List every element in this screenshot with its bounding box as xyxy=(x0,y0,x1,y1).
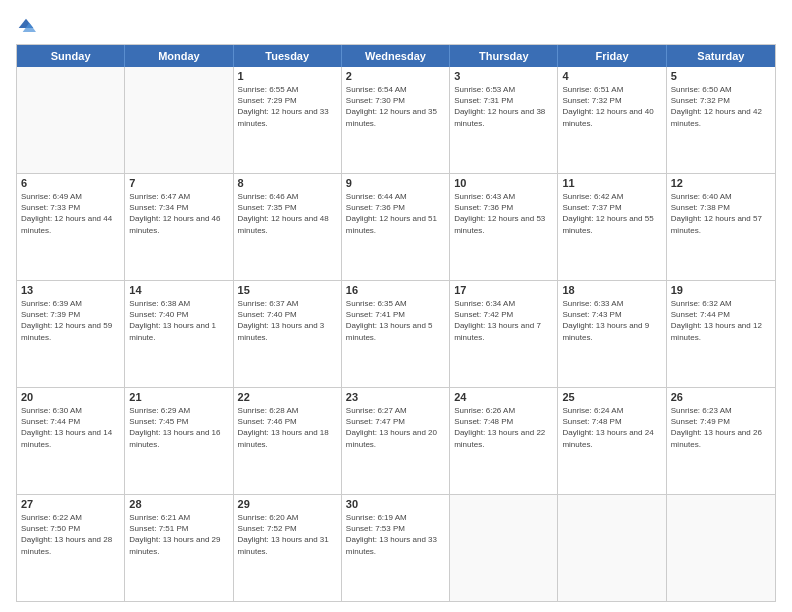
calendar-cell: 7Sunrise: 6:47 AM Sunset: 7:34 PM Daylig… xyxy=(125,174,233,280)
day-number: 16 xyxy=(346,284,445,296)
calendar-header-cell: Monday xyxy=(125,45,233,67)
calendar: SundayMondayTuesdayWednesdayThursdayFrid… xyxy=(16,44,776,602)
day-number: 25 xyxy=(562,391,661,403)
calendar-cell: 24Sunrise: 6:26 AM Sunset: 7:48 PM Dayli… xyxy=(450,388,558,494)
calendar-cell: 23Sunrise: 6:27 AM Sunset: 7:47 PM Dayli… xyxy=(342,388,450,494)
calendar-cell: 30Sunrise: 6:19 AM Sunset: 7:53 PM Dayli… xyxy=(342,495,450,601)
cell-info: Sunrise: 6:21 AM Sunset: 7:51 PM Dayligh… xyxy=(129,512,228,557)
calendar-cell: 1Sunrise: 6:55 AM Sunset: 7:29 PM Daylig… xyxy=(234,67,342,173)
calendar-cell: 14Sunrise: 6:38 AM Sunset: 7:40 PM Dayli… xyxy=(125,281,233,387)
calendar-cell: 20Sunrise: 6:30 AM Sunset: 7:44 PM Dayli… xyxy=(17,388,125,494)
calendar-cell: 2Sunrise: 6:54 AM Sunset: 7:30 PM Daylig… xyxy=(342,67,450,173)
cell-info: Sunrise: 6:29 AM Sunset: 7:45 PM Dayligh… xyxy=(129,405,228,450)
cell-info: Sunrise: 6:51 AM Sunset: 7:32 PM Dayligh… xyxy=(562,84,661,129)
day-number: 21 xyxy=(129,391,228,403)
calendar-cell: 25Sunrise: 6:24 AM Sunset: 7:48 PM Dayli… xyxy=(558,388,666,494)
calendar-cell: 3Sunrise: 6:53 AM Sunset: 7:31 PM Daylig… xyxy=(450,67,558,173)
cell-info: Sunrise: 6:37 AM Sunset: 7:40 PM Dayligh… xyxy=(238,298,337,343)
calendar-cell: 9Sunrise: 6:44 AM Sunset: 7:36 PM Daylig… xyxy=(342,174,450,280)
calendar-cell: 6Sunrise: 6:49 AM Sunset: 7:33 PM Daylig… xyxy=(17,174,125,280)
day-number: 2 xyxy=(346,70,445,82)
day-number: 18 xyxy=(562,284,661,296)
cell-info: Sunrise: 6:47 AM Sunset: 7:34 PM Dayligh… xyxy=(129,191,228,236)
calendar-cell: 4Sunrise: 6:51 AM Sunset: 7:32 PM Daylig… xyxy=(558,67,666,173)
day-number: 1 xyxy=(238,70,337,82)
day-number: 23 xyxy=(346,391,445,403)
cell-info: Sunrise: 6:19 AM Sunset: 7:53 PM Dayligh… xyxy=(346,512,445,557)
calendar-cell: 11Sunrise: 6:42 AM Sunset: 7:37 PM Dayli… xyxy=(558,174,666,280)
cell-info: Sunrise: 6:20 AM Sunset: 7:52 PM Dayligh… xyxy=(238,512,337,557)
calendar-header-cell: Saturday xyxy=(667,45,775,67)
cell-info: Sunrise: 6:23 AM Sunset: 7:49 PM Dayligh… xyxy=(671,405,771,450)
day-number: 3 xyxy=(454,70,553,82)
calendar-cell xyxy=(125,67,233,173)
calendar-header-cell: Wednesday xyxy=(342,45,450,67)
cell-info: Sunrise: 6:30 AM Sunset: 7:44 PM Dayligh… xyxy=(21,405,120,450)
day-number: 6 xyxy=(21,177,120,189)
calendar-cell: 8Sunrise: 6:46 AM Sunset: 7:35 PM Daylig… xyxy=(234,174,342,280)
calendar-cell: 21Sunrise: 6:29 AM Sunset: 7:45 PM Dayli… xyxy=(125,388,233,494)
calendar-cell: 27Sunrise: 6:22 AM Sunset: 7:50 PM Dayli… xyxy=(17,495,125,601)
calendar-cell xyxy=(450,495,558,601)
calendar-week-row: 13Sunrise: 6:39 AM Sunset: 7:39 PM Dayli… xyxy=(17,280,775,387)
calendar-week-row: 27Sunrise: 6:22 AM Sunset: 7:50 PM Dayli… xyxy=(17,494,775,601)
logo xyxy=(16,16,40,36)
day-number: 22 xyxy=(238,391,337,403)
calendar-cell: 13Sunrise: 6:39 AM Sunset: 7:39 PM Dayli… xyxy=(17,281,125,387)
day-number: 14 xyxy=(129,284,228,296)
cell-info: Sunrise: 6:35 AM Sunset: 7:41 PM Dayligh… xyxy=(346,298,445,343)
cell-info: Sunrise: 6:43 AM Sunset: 7:36 PM Dayligh… xyxy=(454,191,553,236)
day-number: 17 xyxy=(454,284,553,296)
cell-info: Sunrise: 6:32 AM Sunset: 7:44 PM Dayligh… xyxy=(671,298,771,343)
day-number: 20 xyxy=(21,391,120,403)
calendar-cell: 15Sunrise: 6:37 AM Sunset: 7:40 PM Dayli… xyxy=(234,281,342,387)
calendar-header-cell: Tuesday xyxy=(234,45,342,67)
calendar-cell xyxy=(667,495,775,601)
cell-info: Sunrise: 6:53 AM Sunset: 7:31 PM Dayligh… xyxy=(454,84,553,129)
day-number: 8 xyxy=(238,177,337,189)
cell-info: Sunrise: 6:33 AM Sunset: 7:43 PM Dayligh… xyxy=(562,298,661,343)
calendar-cell: 5Sunrise: 6:50 AM Sunset: 7:32 PM Daylig… xyxy=(667,67,775,173)
calendar-header-cell: Sunday xyxy=(17,45,125,67)
header xyxy=(16,16,776,36)
day-number: 24 xyxy=(454,391,553,403)
day-number: 10 xyxy=(454,177,553,189)
cell-info: Sunrise: 6:27 AM Sunset: 7:47 PM Dayligh… xyxy=(346,405,445,450)
cell-info: Sunrise: 6:28 AM Sunset: 7:46 PM Dayligh… xyxy=(238,405,337,450)
cell-info: Sunrise: 6:34 AM Sunset: 7:42 PM Dayligh… xyxy=(454,298,553,343)
page: SundayMondayTuesdayWednesdayThursdayFrid… xyxy=(0,0,792,612)
logo-icon xyxy=(16,16,36,36)
cell-info: Sunrise: 6:42 AM Sunset: 7:37 PM Dayligh… xyxy=(562,191,661,236)
cell-info: Sunrise: 6:55 AM Sunset: 7:29 PM Dayligh… xyxy=(238,84,337,129)
calendar-body: 1Sunrise: 6:55 AM Sunset: 7:29 PM Daylig… xyxy=(17,67,775,601)
calendar-header-cell: Thursday xyxy=(450,45,558,67)
day-number: 4 xyxy=(562,70,661,82)
calendar-week-row: 1Sunrise: 6:55 AM Sunset: 7:29 PM Daylig… xyxy=(17,67,775,173)
cell-info: Sunrise: 6:26 AM Sunset: 7:48 PM Dayligh… xyxy=(454,405,553,450)
calendar-cell: 19Sunrise: 6:32 AM Sunset: 7:44 PM Dayli… xyxy=(667,281,775,387)
cell-info: Sunrise: 6:54 AM Sunset: 7:30 PM Dayligh… xyxy=(346,84,445,129)
calendar-week-row: 6Sunrise: 6:49 AM Sunset: 7:33 PM Daylig… xyxy=(17,173,775,280)
calendar-week-row: 20Sunrise: 6:30 AM Sunset: 7:44 PM Dayli… xyxy=(17,387,775,494)
calendar-cell: 10Sunrise: 6:43 AM Sunset: 7:36 PM Dayli… xyxy=(450,174,558,280)
calendar-cell: 17Sunrise: 6:34 AM Sunset: 7:42 PM Dayli… xyxy=(450,281,558,387)
cell-info: Sunrise: 6:38 AM Sunset: 7:40 PM Dayligh… xyxy=(129,298,228,343)
cell-info: Sunrise: 6:39 AM Sunset: 7:39 PM Dayligh… xyxy=(21,298,120,343)
calendar-cell: 16Sunrise: 6:35 AM Sunset: 7:41 PM Dayli… xyxy=(342,281,450,387)
day-number: 30 xyxy=(346,498,445,510)
calendar-cell: 26Sunrise: 6:23 AM Sunset: 7:49 PM Dayli… xyxy=(667,388,775,494)
cell-info: Sunrise: 6:22 AM Sunset: 7:50 PM Dayligh… xyxy=(21,512,120,557)
cell-info: Sunrise: 6:46 AM Sunset: 7:35 PM Dayligh… xyxy=(238,191,337,236)
cell-info: Sunrise: 6:49 AM Sunset: 7:33 PM Dayligh… xyxy=(21,191,120,236)
day-number: 11 xyxy=(562,177,661,189)
calendar-cell xyxy=(558,495,666,601)
day-number: 12 xyxy=(671,177,771,189)
day-number: 13 xyxy=(21,284,120,296)
day-number: 19 xyxy=(671,284,771,296)
cell-info: Sunrise: 6:24 AM Sunset: 7:48 PM Dayligh… xyxy=(562,405,661,450)
cell-info: Sunrise: 6:50 AM Sunset: 7:32 PM Dayligh… xyxy=(671,84,771,129)
day-number: 29 xyxy=(238,498,337,510)
calendar-header-row: SundayMondayTuesdayWednesdayThursdayFrid… xyxy=(17,45,775,67)
cell-info: Sunrise: 6:44 AM Sunset: 7:36 PM Dayligh… xyxy=(346,191,445,236)
calendar-cell: 18Sunrise: 6:33 AM Sunset: 7:43 PM Dayli… xyxy=(558,281,666,387)
